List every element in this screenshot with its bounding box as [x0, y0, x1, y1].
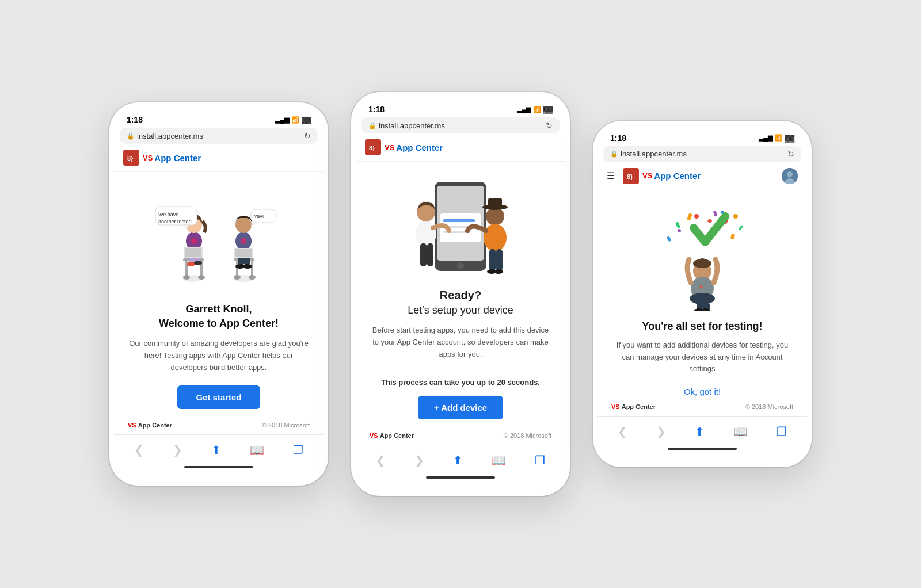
- svg-rect-70: [667, 236, 672, 242]
- svg-point-82: [690, 293, 715, 304]
- page-content-3: You're all set for testing! If you want …: [597, 190, 807, 396]
- svg-rect-71: [738, 225, 743, 231]
- back-button-2[interactable]: ❮: [371, 452, 390, 468]
- svg-point-75: [733, 214, 738, 219]
- tabs-button-3[interactable]: ❐: [772, 423, 791, 440]
- home-indicator-2: [426, 476, 495, 479]
- svg-rect-56: [489, 249, 496, 271]
- page-footer-1: VS App Center © 2018 Microsoft: [114, 415, 324, 434]
- get-started-button[interactable]: Get started: [177, 385, 260, 409]
- status-bar-2: 1:18 ▂▄▆ 📶 ▓▓: [356, 102, 565, 117]
- nav-bar-2: 8} VS App Center: [356, 133, 565, 162]
- address-text-2: install.appcenter.ms: [379, 121, 445, 130]
- bookmarks-button-3[interactable]: 📖: [729, 423, 752, 440]
- allset-title: You're all set for testing!: [642, 320, 763, 333]
- address-text-1: install.appcenter.ms: [137, 132, 203, 140]
- svg-point-33: [241, 238, 246, 244]
- back-button-3[interactable]: ❮: [613, 423, 632, 440]
- footer-copyright-3: © 2018 Microsoft: [745, 403, 793, 410]
- illustration-3: [611, 202, 793, 311]
- share-button-3[interactable]: ⬆: [690, 423, 709, 440]
- bottom-toolbar-1: ❮ ❯ ⬆ 📖 ❐: [114, 434, 324, 461]
- svg-point-15: [187, 262, 195, 266]
- nav-bar-3: ☰ 8} VS App Center: [597, 162, 807, 190]
- status-icons-1: ▂▄▆ 📶 ▓▓: [275, 116, 311, 124]
- user-avatar[interactable]: [782, 168, 798, 184]
- illustration-1: We have another tester!: [128, 184, 310, 293]
- address-text-3: install.appcenter.ms: [621, 150, 687, 158]
- svg-point-47: [457, 262, 464, 269]
- svg-point-7: [198, 275, 205, 280]
- share-button-1[interactable]: ⬆: [207, 442, 226, 458]
- nav-vs-2: VS: [385, 143, 394, 152]
- wifi-icon-3: 📶: [775, 134, 783, 142]
- footer-appcenter-3: App Center: [622, 403, 656, 410]
- svg-point-25: [234, 275, 241, 280]
- forward-button-2[interactable]: ❯: [410, 452, 429, 468]
- reload-icon-1[interactable]: ↻: [304, 131, 311, 140]
- home-indicator-3: [668, 448, 737, 450]
- nav-brand-2: VS App Center: [385, 143, 443, 152]
- forward-button-1[interactable]: ❯: [168, 442, 187, 458]
- footer-vs-1: VS: [128, 422, 136, 429]
- nav-appcenter-1: App Center: [154, 153, 201, 163]
- nav-appcenter-2: App Center: [396, 143, 443, 152]
- lock-icon-1: 🔒: [127, 132, 135, 140]
- reload-icon-3[interactable]: ↻: [787, 150, 794, 159]
- nav-bar-1: 8} VS App Center: [114, 144, 324, 172]
- footer-brand-1: VS App Center: [128, 422, 172, 429]
- svg-point-28: [235, 217, 252, 233]
- nav-vs-3: VS: [642, 171, 652, 180]
- page-content-1: We have another tester!: [114, 172, 324, 415]
- app-logo-2: 8}: [365, 139, 381, 155]
- back-button-1[interactable]: ❮: [130, 442, 149, 458]
- signal-icon-3: ▂▄▆: [759, 134, 772, 142]
- svg-point-74: [678, 229, 681, 232]
- svg-point-55: [484, 224, 507, 251]
- svg-text:We have: We have: [158, 212, 178, 217]
- address-bar-2[interactable]: 🔒 install.appcenter.ms ↻: [361, 117, 560, 133]
- welcome-title: Garrett Knoll,Welcome to App Center!: [159, 302, 279, 331]
- tabs-button-1[interactable]: ❐: [288, 442, 308, 458]
- nav-brand-3: VS App Center: [642, 171, 701, 181]
- welcome-body: Our community of amazing developers are …: [128, 338, 310, 373]
- nav-appcenter-3: App Center: [654, 171, 701, 181]
- status-icons-3: ▂▄▆ 📶 ▓▓: [759, 134, 794, 142]
- svg-point-14: [191, 238, 197, 244]
- svg-point-49: [416, 221, 436, 246]
- device-setup-body: Before start testing apps, you need to a…: [370, 324, 551, 360]
- address-bar-3[interactable]: 🔒 install.appcenter.ms ↻: [603, 146, 801, 162]
- battery-icon-2: ▓▓: [543, 106, 553, 113]
- footer-appcenter-2: App Center: [380, 432, 414, 439]
- tabs-button-2[interactable]: ❐: [530, 452, 550, 468]
- phone-2: 1:18 ▂▄▆ 📶 ▓▓ 🔒 install.appcenter.ms ↻: [351, 92, 570, 495]
- share-button-2[interactable]: ⬆: [448, 452, 467, 468]
- svg-point-6: [183, 275, 190, 280]
- svg-text:Yay!: Yay!: [254, 213, 264, 219]
- svg-rect-65: [687, 213, 692, 220]
- svg-rect-24: [251, 261, 253, 276]
- device-setup-note: This process can take you up to 20 secon…: [381, 378, 540, 387]
- hamburger-menu-icon[interactable]: ☰: [607, 170, 615, 181]
- ok-got-it-link[interactable]: Ok, got it!: [684, 387, 721, 396]
- footer-copyright-1: © 2018 Microsoft: [262, 422, 310, 429]
- svg-rect-13: [185, 248, 201, 257]
- svg-text:8}: 8}: [127, 155, 134, 162]
- status-time-1: 1:18: [127, 115, 143, 124]
- signal-icon-2: ▂▄▆: [517, 106, 531, 113]
- add-device-button[interactable]: + Add device: [418, 396, 503, 419]
- svg-text:8}: 8}: [627, 173, 633, 180]
- svg-point-87: [699, 285, 703, 289]
- nav-vs-1: VS: [143, 154, 153, 162]
- app-logo-3: 8}: [623, 168, 639, 184]
- bookmarks-button-1[interactable]: 📖: [245, 442, 269, 458]
- phone-3: 1:18 ▂▄▆ 📶 ▓▓ 🔒 install.appcenter.ms ↻ ☰: [593, 121, 812, 467]
- svg-point-63: [787, 171, 793, 177]
- bookmarks-button-2[interactable]: 📖: [487, 452, 511, 468]
- device-setup-heading: Ready? Let's setup your device: [408, 289, 513, 324]
- forward-button-3[interactable]: ❯: [652, 423, 671, 440]
- reload-icon-2[interactable]: ↻: [546, 121, 553, 130]
- svg-rect-69: [730, 233, 735, 239]
- address-bar-1[interactable]: 🔒 install.appcenter.ms ↻: [120, 128, 318, 144]
- status-icons-2: ▂▄▆ 📶 ▓▓: [517, 106, 553, 113]
